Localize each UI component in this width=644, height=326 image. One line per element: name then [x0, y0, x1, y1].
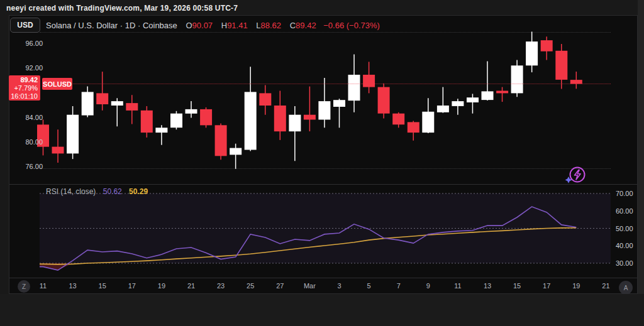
pane-separator[interactable] [9, 184, 637, 185]
time-axis-label: 25 [247, 282, 254, 290]
price-axis-label: 84.00 [25, 114, 43, 121]
time-axis-label: 7 [397, 282, 401, 290]
right-margin [638, 0, 644, 294]
price-axis-label: 92.00 [25, 64, 43, 72]
bar-countdown: 16:01:10 [9, 92, 38, 101]
rsi-ma-value: 50.29 [129, 187, 148, 196]
chart-frame: USD Solana / U.S. Dollar · 1D · Coinbase… [9, 15, 638, 294]
rsi-value: 50.62 [103, 187, 122, 196]
rsi-axis-label: 30.00 [616, 259, 633, 267]
time-axis-label: 9 [426, 282, 430, 290]
icon-circle [570, 168, 585, 182]
auto-scale-button[interactable]: A [619, 281, 633, 295]
time-axis-label: 13 [484, 282, 491, 290]
time-axis-label: Mar [304, 282, 316, 290]
price-axis-label: 76.00 [25, 163, 43, 170]
lightning-bolt-icon [575, 170, 581, 180]
time-axis-label: 23 [217, 282, 225, 290]
time-axis-label: 11 [40, 282, 47, 290]
footer-bar: TradingView [0, 294, 644, 326]
price-axis-label: 96.00 [25, 40, 43, 47]
last-price-value: 89.42 [9, 76, 38, 84]
time-axis-label: 15 [513, 282, 521, 290]
time-axis-label: 27 [276, 282, 284, 290]
rsi-axis-label: 40.00 [616, 242, 633, 249]
time-axis-label: 19 [572, 282, 580, 290]
time-axis-label: 3 [337, 282, 341, 290]
lightning-boost-icon[interactable] [562, 164, 589, 187]
symbol-badge: SOLUSD [42, 78, 72, 90]
last-price-change: +7.79% [9, 84, 38, 92]
time-axis-border [9, 278, 637, 278]
time-axis-label: 17 [128, 282, 136, 290]
time-axis-label: 5 [367, 282, 371, 290]
time-axis-label: 13 [69, 282, 76, 290]
timezone-button[interactable]: Z [18, 280, 30, 293]
watermark-text: neeyi created with TradingView.com, Mar … [6, 4, 238, 13]
rsi-legend[interactable]: RSI (14, close) 50.62 50.29 [46, 187, 148, 196]
rsi-axis-label: 60.00 [616, 207, 633, 215]
time-axis-label: 15 [99, 282, 106, 290]
rsi-axis-label: 50.00 [616, 225, 633, 232]
time-axis-label: 19 [158, 282, 165, 290]
price-axis-label: 80.00 [25, 138, 43, 146]
rsi-axis-label: 70.00 [616, 190, 633, 197]
time-axis-label: 21 [187, 282, 195, 290]
time-axis-label: 17 [543, 282, 550, 290]
time-axis-label: 11 [454, 282, 461, 290]
rsi-title[interactable]: RSI (14, close) [46, 187, 96, 196]
time-axis-label: 21 [602, 282, 609, 290]
last-price-line [73, 84, 611, 84]
candlestick-chart[interactable] [9, 16, 637, 293]
last-price-label: 89.42 +7.79% 16:01:10 [9, 75, 40, 101]
